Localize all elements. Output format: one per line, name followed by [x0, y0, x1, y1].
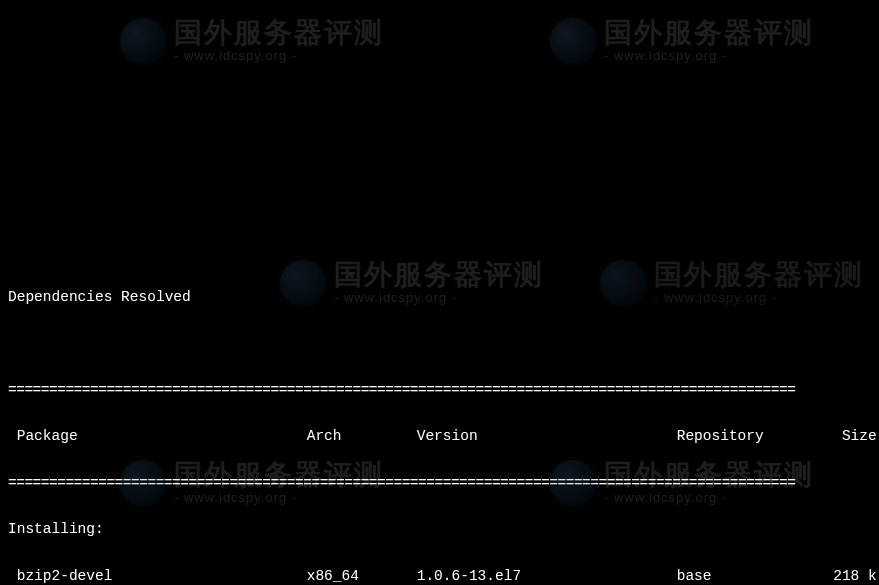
col-repository: Repository: [677, 425, 817, 448]
col-arch: Arch: [307, 425, 417, 448]
divider-line: ========================================…: [8, 472, 871, 495]
watermark-logo: 国外服务器评测- www.idcspy.org -: [550, 18, 814, 64]
section-label: Installing:: [8, 518, 871, 541]
watermark-logo: 国外服务器评测- www.idcspy.org -: [120, 18, 384, 64]
cell-version: 1.0.6-13.el7: [417, 565, 677, 586]
cell-size: 218 k: [817, 565, 877, 586]
terminal-output: Dependencies Resolved ==================…: [8, 263, 871, 585]
col-size: Size: [817, 425, 877, 448]
header-line: Dependencies Resolved: [8, 286, 871, 309]
cell-package: bzip2-devel: [17, 565, 307, 586]
table-row: bzip2-develx86_641.0.6-13.el7base218 k: [8, 565, 871, 586]
divider-line: ========================================…: [8, 379, 871, 402]
cell-repository: base: [677, 565, 817, 586]
col-version: Version: [417, 425, 677, 448]
col-package: Package: [17, 425, 307, 448]
cell-arch: x86_64: [307, 565, 417, 586]
column-headers: PackageArchVersionRepositorySize: [8, 425, 871, 448]
blank-line: [8, 333, 871, 356]
